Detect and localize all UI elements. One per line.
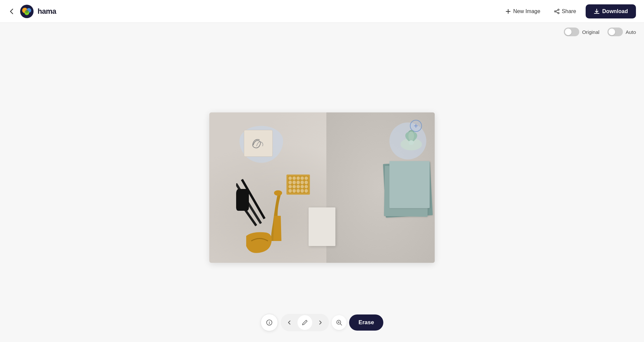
erase-label: Erase <box>359 319 374 326</box>
download-button[interactable]: Download <box>586 4 636 18</box>
next-button[interactable] <box>313 315 328 330</box>
zoom-icon <box>336 319 342 326</box>
original-label: Original <box>582 29 599 35</box>
share-button[interactable]: Share <box>550 6 580 17</box>
pencil-icon <box>302 320 308 326</box>
auto-toggle[interactable] <box>607 28 623 36</box>
main-content <box>0 0 644 342</box>
download-label: Download <box>602 8 628 14</box>
svg-point-13 <box>409 140 414 145</box>
info-button[interactable] <box>261 314 278 331</box>
paper-3 <box>389 161 430 208</box>
new-image-label: New Image <box>513 8 540 14</box>
info-icon <box>266 319 273 326</box>
zoom-button[interactable] <box>332 315 346 330</box>
binder-clip-icon <box>243 229 276 256</box>
svg-point-15 <box>269 321 270 322</box>
chevron-left-icon <box>287 320 292 325</box>
edit-button[interactable] <box>298 315 312 330</box>
auto-label: Auto <box>626 29 636 35</box>
share-label: Share <box>562 8 576 14</box>
logo: hama <box>19 4 56 19</box>
svg-point-4 <box>25 10 29 13</box>
chevron-right-icon <box>318 320 323 325</box>
desk-scene <box>209 112 435 263</box>
plus-icon <box>505 8 511 14</box>
header: hama New Image Share Download <box>0 0 644 23</box>
image-canvas[interactable] <box>209 112 435 263</box>
original-toggle-group: Original <box>564 28 599 36</box>
toolbar: Erase <box>261 314 383 331</box>
paper-stack <box>384 159 431 216</box>
back-button[interactable] <box>8 8 15 15</box>
header-actions: New Image Share Download <box>501 4 636 18</box>
succulent-icon <box>398 126 425 153</box>
clip-box <box>244 130 273 157</box>
auto-toggle-group: Auto <box>607 28 636 36</box>
share-icon <box>554 8 560 14</box>
download-icon <box>594 8 600 14</box>
svg-point-11 <box>274 190 282 196</box>
hama-logo-icon <box>19 4 34 19</box>
new-image-button[interactable]: New Image <box>501 6 544 17</box>
nav-group <box>281 314 329 331</box>
original-toggle[interactable] <box>564 28 579 36</box>
notebook <box>309 207 335 246</box>
stapler <box>236 189 249 211</box>
erase-button[interactable]: Erase <box>349 314 383 331</box>
toggle-area: Original Auto <box>564 24 636 40</box>
prev-button[interactable] <box>282 315 297 330</box>
paper-clips-icon <box>250 137 267 150</box>
logo-text: hama <box>38 7 56 16</box>
